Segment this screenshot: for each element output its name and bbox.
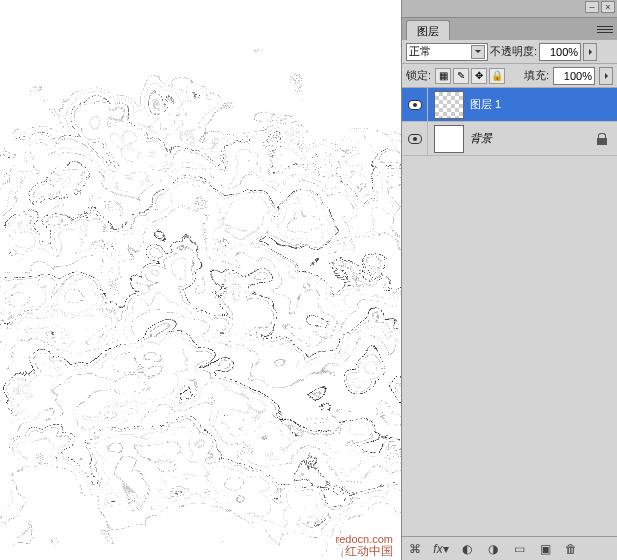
watermark: redocn.com 红动中国 [336, 533, 393, 558]
opacity-value: 100% [550, 46, 578, 58]
fill-input[interactable]: 100% [553, 67, 595, 85]
blend-mode-value: 正常 [409, 44, 431, 59]
layers-bottom-bar: ⌘ fx▾ ◐ ◑ ▭ ▣ 🗑 [402, 536, 617, 560]
panel-menu-icon[interactable] [597, 22, 613, 36]
lock-pixels-icon[interactable]: ✎ [453, 68, 469, 84]
chevron-down-icon [471, 45, 485, 59]
blend-mode-select[interactable]: 正常 [406, 43, 488, 61]
layers-list: 图层 1 背景 [402, 88, 617, 536]
layer-thumbnail[interactable] [434, 125, 464, 153]
opacity-flyout-icon[interactable] [583, 43, 597, 61]
eye-icon [408, 100, 422, 110]
layer-name[interactable]: 背景 [470, 131, 492, 146]
close-button[interactable]: × [601, 1, 615, 13]
layer-name[interactable]: 图层 1 [470, 97, 501, 112]
opacity-input[interactable]: 100% [539, 43, 581, 61]
visibility-toggle[interactable] [402, 88, 428, 121]
lock-transparent-icon[interactable]: ▦ [435, 68, 451, 84]
lock-position-icon[interactable]: ✥ [471, 68, 487, 84]
minimize-button[interactable]: – [585, 1, 599, 13]
blend-opacity-row: 正常 不透明度: 100% [402, 40, 617, 64]
adjustment-icon[interactable]: ◑ [484, 541, 502, 557]
new-layer-icon[interactable]: ▣ [536, 541, 554, 557]
delete-icon[interactable]: 🗑 [562, 541, 580, 557]
panel-titlebar: – × [402, 0, 617, 18]
eye-icon [408, 134, 422, 144]
lock-label: 锁定: [406, 68, 431, 83]
fx-icon[interactable]: fx▾ [432, 541, 450, 557]
fill-label: 填充: [524, 68, 549, 83]
opacity-label: 不透明度: [490, 44, 537, 59]
panel-tabs: 图层 [402, 18, 617, 40]
canvas-artwork [0, 0, 401, 560]
mask-icon[interactable]: ◐ [458, 541, 476, 557]
layer-thumbnail[interactable] [434, 91, 464, 119]
layers-panel: – × 图层 正常 不透明度: 100% 锁定: ▦ ✎ ✥ [401, 0, 617, 560]
link-layers-icon[interactable]: ⌘ [406, 541, 424, 557]
visibility-toggle[interactable] [402, 122, 428, 155]
watermark-cn: 红动中国 [336, 545, 393, 558]
fill-flyout-icon[interactable] [599, 67, 613, 85]
fill-value: 100% [564, 70, 592, 82]
tab-layers[interactable]: 图层 [406, 20, 450, 40]
group-icon[interactable]: ▭ [510, 541, 528, 557]
lock-fill-row: 锁定: ▦ ✎ ✥ 🔒 填充: 100% [402, 64, 617, 88]
layer-row[interactable]: 图层 1 [402, 88, 617, 122]
lock-icon [597, 133, 607, 145]
lock-all-icon[interactable]: 🔒 [489, 68, 505, 84]
layer-row[interactable]: 背景 [402, 122, 617, 156]
canvas-area[interactable] [0, 0, 401, 560]
